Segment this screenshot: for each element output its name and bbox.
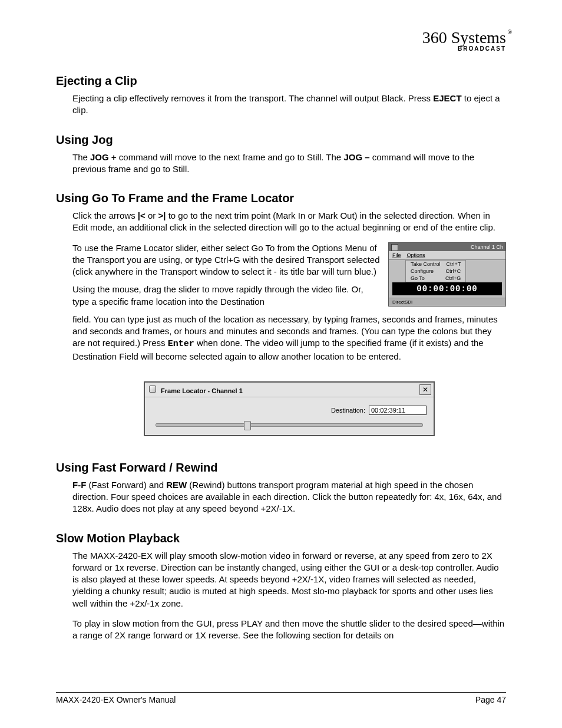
registered-mark: ® (507, 29, 512, 35)
para-ejecting: Ejecting a clip effectively removes it f… (72, 93, 506, 117)
timecode-counter: 00:00:00:00 (392, 282, 502, 295)
menu-shortcut: Ctrl+C (446, 268, 461, 274)
menu-options: Options (407, 252, 425, 258)
heading-ffrew: Using Fast Forward / Rewind (56, 461, 506, 475)
menu-shortcut: Ctrl+T (447, 261, 461, 267)
frame-locator-slider[interactable] (156, 423, 423, 427)
transport-bottombar: DirectSDI (389, 298, 505, 306)
window-icon (148, 385, 157, 393)
heading-slomo: Slow Motion Playback (56, 532, 506, 545)
heading-goto: Using Go To Frame and the Frame Locator (56, 192, 506, 205)
text-span: Ejecting a clip effectively removes it f… (72, 93, 433, 103)
destination-row: Destination: (152, 406, 427, 415)
logo-main: 360 Systems (422, 28, 506, 47)
footer-left: MAXX-2420-EX Owner's Manual (56, 695, 176, 704)
close-icon: ✕ (422, 386, 428, 393)
text-mono: Ctrl+G (214, 255, 240, 265)
goto-text-and-figure: To use the Frame Locator slider, either … (72, 242, 506, 308)
para-slomo-1: The MAXX-2420-EX will play smooth slow-m… (72, 550, 506, 610)
para-goto-2: To use the Frame Locator slider, either … (72, 242, 381, 278)
transport-titlebar: Channel 1 Ch (389, 243, 505, 251)
text-bold: F-F (72, 480, 86, 490)
para-slomo-2: To play in slow motion from the GUI, pre… (72, 618, 506, 642)
para-goto-4: field. You can type just as much of the … (72, 314, 506, 363)
para-goto-3: Using the mouse, drag the slider to move… (72, 284, 381, 308)
frame-locator-window: Frame Locator - Channel 1 ✕ Destination: (144, 381, 435, 436)
destination-input[interactable] (369, 406, 427, 415)
text-bold: >| (158, 210, 166, 220)
menu-file: File (392, 252, 401, 258)
transport-menubar: FileOptions (389, 251, 505, 260)
slider-thumb[interactable] (244, 421, 251, 430)
menu-label: Take Control (411, 261, 441, 267)
text-bold: REW (166, 480, 187, 490)
page-footer: MAXX-2420-EX Owner's Manual Page 47 (56, 692, 506, 704)
text-bold: |< (138, 210, 146, 220)
frame-locator-title: Frame Locator - Channel 1 (161, 387, 243, 394)
menu-item-goto: Go To Ctrl+G (406, 275, 465, 282)
text-bold: JOG + (90, 152, 117, 162)
frame-locator-body: Destination: (145, 397, 434, 435)
menu-label: Configure (411, 268, 434, 274)
menu-shortcut: Ctrl+G (445, 275, 461, 281)
text-mono: Enter (168, 339, 194, 349)
text-bold: EJECT (433, 93, 461, 103)
transport-title: Channel 1 Ch (471, 244, 503, 250)
footer-right: Page 47 (475, 695, 506, 704)
menu-item-configure: Configure Ctrl+C (406, 268, 465, 275)
destination-label: Destination: (331, 407, 365, 414)
transport-window-figure: Channel 1 Ch FileOptions Take Control Ct… (388, 242, 506, 307)
text-span: The (72, 152, 90, 162)
frame-locator-titlebar: Frame Locator - Channel 1 ✕ (145, 383, 434, 397)
options-menu-dropdown: Take Control Ctrl+T Configure Ctrl+C Go … (405, 260, 466, 282)
para-ffrew: F-F (Fast Forward) and REW (Rewind) butt… (72, 479, 506, 515)
sysmenu-icon (391, 244, 398, 251)
close-button[interactable]: ✕ (419, 384, 431, 395)
text-bold: JOG – (343, 152, 369, 162)
heading-jog: Using Jog (56, 133, 506, 147)
para-goto-1: Click the arrows |< or >| to go to the n… (72, 210, 506, 234)
text-span: (Fast Forward) and (86, 480, 166, 490)
text-span: command will move to the next frame and … (117, 152, 344, 162)
logo-sub: BROADCAST (422, 46, 506, 52)
para-jog: The JOG + command will move to the next … (72, 151, 506, 176)
menu-label: Go To (411, 275, 425, 281)
menu-item-take-control: Take Control Ctrl+T (406, 261, 465, 268)
brand-logo: 360 Systems ® BROADCAST (56, 29, 506, 52)
heading-ejecting: Ejecting a Clip (56, 74, 506, 88)
text-span: or (146, 210, 158, 220)
text-span: Click the arrows (72, 210, 138, 220)
